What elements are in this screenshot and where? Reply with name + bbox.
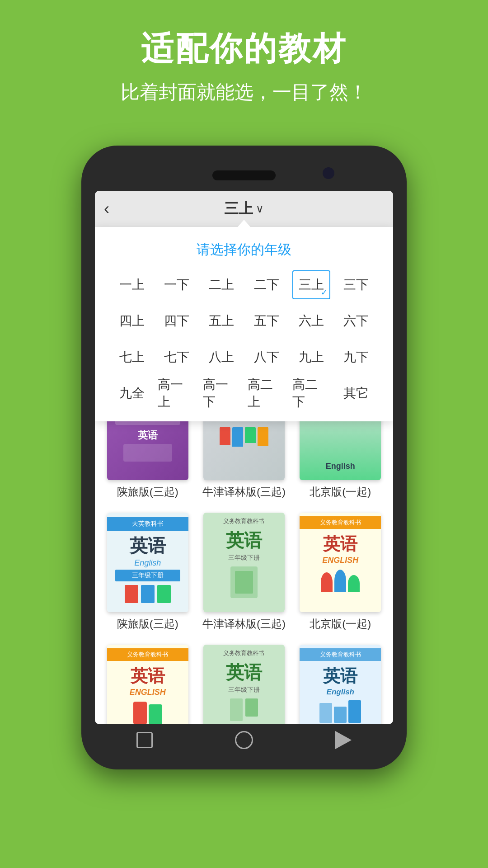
book-cover: 天英教科书 英语 English 三年级下册: [107, 513, 188, 612]
grade-item[interactable]: 五上: [203, 307, 240, 335]
book-label: 陕旅版(三起): [117, 617, 178, 631]
grade-item[interactable]: 七下: [158, 343, 195, 372]
grade-item[interactable]: 高一下: [203, 379, 240, 408]
nav-back-button[interactable]: [328, 729, 359, 751]
main-subtitle: 比着封面就能选，一目了然！: [121, 80, 367, 105]
grade-picker-panel: 请选择你的年级 一上一下二上二下三上三下四上四下五上五下六上六下七上七下八上八下…: [95, 227, 393, 421]
book-cover: 义务教育教科书 英语 English: [300, 645, 381, 724]
screen-title[interactable]: 三上: [224, 199, 253, 219]
grade-item[interactable]: 八下: [248, 343, 285, 372]
book-item[interactable]: 义务教育教科书 英语 三年级下册: [200, 513, 287, 631]
nav-back-icon: [335, 731, 352, 749]
grade-item[interactable]: 高二下: [292, 379, 330, 408]
back-button[interactable]: ‹: [104, 199, 109, 218]
dropdown-triangle: [238, 220, 250, 227]
phone-camera: [323, 167, 334, 179]
book-label: 北京版(一起): [310, 485, 371, 499]
book-item[interactable]: 天英教科书 英语 English 三年级下册: [104, 513, 191, 631]
phone-shell: ‹ 三上 ∨ 请选择你的年级 一上一下二上二下三上三下四上四下五上五下六上六下七…: [81, 146, 407, 769]
grade-item[interactable]: 三下: [338, 270, 375, 299]
dropdown-chevron-icon[interactable]: ∨: [256, 203, 264, 215]
grade-item[interactable]: 四下: [158, 307, 195, 335]
grade-item[interactable]: 三上: [292, 270, 330, 299]
app-background: 适配你的教材 比着封面就能选，一目了然！ ‹ 三上 ∨ 请选择你的: [0, 0, 488, 868]
grade-item[interactable]: 四上: [113, 307, 150, 335]
book-cover: 义务教育教科书 英语 ENGLISH: [300, 513, 381, 612]
grade-item[interactable]: 一上: [113, 270, 150, 299]
main-title: 适配你的教材: [121, 27, 367, 71]
grade-item[interactable]: 二上: [203, 270, 240, 299]
top-header: 适配你的教材 比着封面就能选，一目了然！: [121, 27, 367, 105]
phone-screen: ‹ 三上 ∨ 请选择你的年级 一上一下二上二下三上三下四上四下五上五下六上六下七…: [95, 191, 393, 724]
grade-item[interactable]: 七上: [113, 343, 150, 372]
book-item[interactable]: 义务教育教科书 英语 ENGLISH: [104, 645, 191, 724]
grade-item[interactable]: 六下: [338, 307, 375, 335]
grade-item[interactable]: 九上: [292, 343, 330, 372]
grade-item[interactable]: 八上: [203, 343, 240, 372]
phone-bottom-nav: [95, 729, 393, 751]
book-label: 北京版(一起): [310, 617, 371, 631]
grade-item[interactable]: 其它: [338, 379, 375, 408]
book-cover: 义务教育教科书 英语 三年级下册: [203, 645, 285, 724]
book-cover: 义务教育教科书 英语 三年级下册: [203, 513, 285, 612]
book-cover: 义务教育教科书 英语 ENGLISH: [107, 645, 188, 724]
nav-home-icon: [235, 731, 253, 749]
grade-item[interactable]: 九全: [113, 379, 150, 408]
book-row-2: 天英教科书 英语 English 三年级下册: [104, 513, 384, 631]
nav-overview-icon: [136, 732, 153, 748]
phone-wrapper: ‹ 三上 ∨ 请选择你的年级 一上一下二上二下三上三下四上四下五上五下六上六下七…: [81, 132, 407, 833]
book-row-3: 义务教育教科书 英语 ENGLISH: [104, 645, 384, 724]
book-label: 牛津译林版(三起): [202, 485, 286, 499]
grade-item[interactable]: 六上: [292, 307, 330, 335]
grade-item[interactable]: 一下: [158, 270, 195, 299]
book-label: 陕旅版(三起): [117, 485, 178, 499]
grade-item[interactable]: 高一上: [158, 379, 195, 408]
book-label: 牛津译林版(三起): [202, 617, 286, 631]
book-item[interactable]: 义务教育教科书 英语 ENGLISH: [297, 513, 384, 631]
grade-grid: 一上一下二上二下三上三下四上四下五上五下六上六下七上七下八上八下九上九下九全高一…: [113, 270, 375, 408]
book-item[interactable]: 义务教育教科书 英语 三年级下册 牛津译林版(三起): [200, 645, 287, 724]
grade-picker-title: 请选择你的年级: [113, 241, 375, 259]
book-item[interactable]: 义务教育教科书 英语 English: [297, 645, 384, 724]
grade-item[interactable]: 五下: [248, 307, 285, 335]
grade-item[interactable]: 二下: [248, 270, 285, 299]
grade-item[interactable]: 高二上: [248, 379, 285, 408]
book-list: 英语 陕旅版(三起) FANCY DRESS PARTY: [95, 372, 393, 724]
nav-overview-button[interactable]: [129, 729, 160, 751]
nav-home-button[interactable]: [228, 729, 260, 751]
grade-item[interactable]: 九下: [338, 343, 375, 372]
phone-speaker: [212, 170, 276, 180]
